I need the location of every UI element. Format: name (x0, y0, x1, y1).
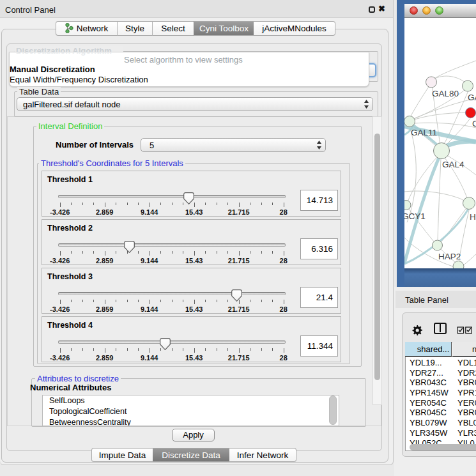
svg-text:GCY1: GCY1 (404, 211, 426, 221)
svg-text:GAL4: GAL4 (442, 160, 464, 169)
svg-text:GAL11: GAL11 (411, 128, 437, 137)
svg-text:GAL80: GAL80 (432, 89, 459, 98)
svg-text:GA: GA (468, 93, 476, 102)
svg-text:HAP2: HAP2 (438, 252, 461, 261)
svg-text:H: H (470, 212, 476, 222)
svg-text:C: C (472, 119, 476, 128)
